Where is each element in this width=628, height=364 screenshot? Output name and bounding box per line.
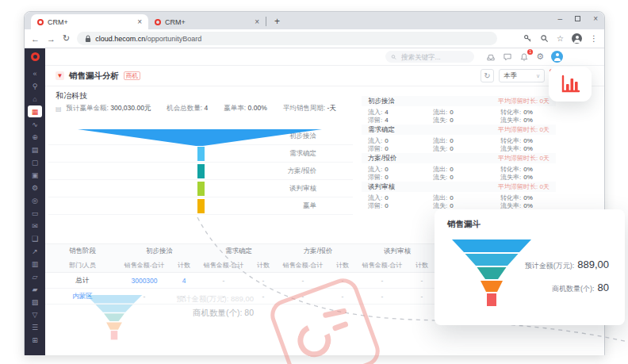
sidebar-item[interactable]: ▽ bbox=[28, 308, 42, 320]
stage-section: 谈判审核平均滞留时长: 0天 流入:0流出:0转化率:0%滞留:0流失:0流失率… bbox=[362, 182, 556, 210]
sidebar-item[interactable]: ☰ bbox=[28, 321, 42, 333]
summary-label: 机会总数量: bbox=[167, 104, 202, 112]
summary-row: ▤ 预计赢单金额: 300,030.00元 机会总数量: 4 赢单率: 0.00… bbox=[56, 104, 336, 113]
summary-value: 300,030.00元 bbox=[110, 104, 151, 112]
stage-stat: 流入:0 bbox=[368, 193, 433, 202]
stat-value: 0% bbox=[523, 194, 533, 201]
table-header-cell: 销售阶段 bbox=[45, 247, 120, 256]
sidebar-item-icon: ▽ bbox=[33, 311, 38, 319]
sidebar-item[interactable]: ▢ bbox=[28, 156, 42, 168]
sidebar-item-icon: ▰ bbox=[33, 285, 38, 293]
stat-value: 0 bbox=[450, 202, 453, 209]
summary-label: 预计赢单金额: bbox=[67, 104, 109, 112]
sidebar-items: « ⚲ ⌂ ▦ ∿ ⊕ ▤ ▢ bbox=[28, 67, 42, 347]
row-label[interactable]: 内蒙区 bbox=[45, 292, 120, 301]
sidebar-item[interactable]: ↗ bbox=[28, 245, 42, 257]
sidebar-item[interactable]: ⊞ bbox=[28, 334, 42, 346]
search-input[interactable] bbox=[400, 52, 469, 62]
tab-close-icon[interactable]: × bbox=[137, 18, 142, 26]
page-title: 销售漏斗分析 bbox=[69, 71, 119, 82]
sidebar-item[interactable]: « bbox=[28, 67, 42, 79]
tab-title: CRM+ bbox=[165, 18, 251, 26]
key-icon[interactable] bbox=[523, 34, 532, 43]
sidebar-item[interactable]: ⚲ bbox=[28, 80, 42, 92]
bar-chart-icon bbox=[560, 75, 580, 94]
search-zoom-icon[interactable] bbox=[540, 34, 549, 43]
stage-stat: 流失:0 bbox=[433, 145, 500, 154]
stage-avg-stay: 平均滞留时长: 0天 bbox=[498, 125, 550, 134]
table-header-cell: 计数 bbox=[327, 261, 358, 270]
funnel-segment bbox=[197, 199, 205, 213]
period-dropdown[interactable]: 本季∨ bbox=[499, 69, 545, 82]
stage-stats-panel: 初步接洽平均滞留时长: 0天 流入:4流出:0转化率:0%滞留:4流失:0流失率… bbox=[362, 96, 556, 210]
table-cell[interactable]: - bbox=[358, 277, 407, 285]
sidebar-item-icon: « bbox=[33, 70, 36, 78]
gear-icon[interactable]: ⚙ bbox=[536, 52, 544, 62]
stage-stat: 流入:4 bbox=[368, 108, 433, 117]
stat-label: 流出: bbox=[433, 136, 447, 145]
refresh-button[interactable]: ↻ bbox=[481, 69, 494, 82]
table-cell[interactable]: - bbox=[407, 277, 437, 285]
sidebar-item[interactable]: ▰ bbox=[28, 283, 42, 295]
summary-stat: 平均销售周期: -天 bbox=[283, 104, 336, 113]
sidebar-item[interactable]: ✉ bbox=[28, 220, 42, 232]
maximize-button[interactable] bbox=[575, 16, 580, 21]
sidebar-item[interactable]: ⌂ bbox=[28, 93, 42, 105]
browser-tab-active[interactable]: CRM+ × bbox=[31, 14, 148, 29]
minimize-button[interactable]: – bbox=[558, 14, 563, 23]
sidebar-item-icon: ▥ bbox=[32, 260, 39, 268]
inbox-icon[interactable] bbox=[486, 52, 496, 62]
notification-badge: 1 bbox=[527, 49, 533, 55]
global-search[interactable] bbox=[385, 51, 474, 63]
bookmark-star-icon[interactable]: ☆ bbox=[557, 34, 564, 43]
stage-avg-stay: 平均滞留时长: 0天 bbox=[498, 182, 550, 191]
lock-icon bbox=[85, 35, 91, 43]
new-tab-button[interactable]: + bbox=[274, 16, 280, 27]
page-tag: 商机 bbox=[124, 71, 140, 80]
stat-label: 转化率: bbox=[500, 193, 521, 202]
company-name: 和冶科技 bbox=[56, 90, 87, 102]
sidebar-item[interactable]: ⚙ bbox=[28, 182, 42, 193]
close-button[interactable]: × bbox=[593, 14, 598, 23]
sidebar-item[interactable]: ▭ bbox=[28, 207, 42, 219]
browser-tab[interactable]: CRM+ × bbox=[148, 14, 266, 29]
sidebar-item-icon: ▤ bbox=[32, 146, 39, 154]
topbar-icons: 1 ⚙ bbox=[486, 51, 563, 63]
chat-icon[interactable] bbox=[503, 52, 512, 62]
table-header-cell: 谈判审核 bbox=[358, 247, 437, 256]
sidebar-item[interactable]: ❑ bbox=[28, 232, 42, 244]
sidebar-item-icon: ⌂ bbox=[33, 95, 36, 103]
table-cell[interactable]: - bbox=[278, 277, 327, 285]
window-controls: – × bbox=[558, 14, 598, 23]
sidebar-item[interactable]: ◎ bbox=[28, 194, 42, 206]
sidebar-item[interactable]: ∿ bbox=[28, 118, 42, 130]
sidebar-item[interactable]: ▱ bbox=[28, 270, 42, 282]
tab-close-icon[interactable]: × bbox=[255, 18, 259, 26]
table-cell[interactable]: 4 bbox=[169, 277, 199, 285]
tab-strip: CRM+ × CRM+ × + – × bbox=[25, 12, 604, 29]
table-cell[interactable]: - bbox=[327, 277, 358, 285]
sidebar-item[interactable]: ▥ bbox=[28, 258, 42, 270]
address-field[interactable]: cloud.hecom.cn/opportunityBoard bbox=[77, 32, 497, 45]
forward-button[interactable]: → bbox=[47, 34, 56, 44]
menu-dots-icon[interactable]: ⋮ bbox=[590, 34, 598, 43]
sidebar-item[interactable]: ⊕ bbox=[28, 131, 42, 143]
stage-stat: 流失:0 bbox=[433, 174, 500, 182]
stat-value: 0% bbox=[523, 109, 533, 116]
sidebar-item[interactable]: ▣ bbox=[28, 169, 42, 181]
table-cell[interactable]: - bbox=[248, 277, 278, 285]
reload-button[interactable]: ↻ bbox=[63, 33, 70, 44]
sidebar-item-icon: ▨ bbox=[32, 298, 39, 306]
table-cell[interactable]: - bbox=[199, 277, 248, 285]
sidebar-item[interactable]: ▨ bbox=[28, 296, 42, 308]
table-cell[interactable]: 3000300 bbox=[120, 277, 169, 285]
sidebar-item[interactable]: ▦ bbox=[28, 105, 42, 117]
sidebar-item-icon: ⊕ bbox=[32, 133, 38, 141]
bell-icon[interactable]: 1 bbox=[519, 52, 529, 62]
sidebar-item[interactable]: ▤ bbox=[28, 144, 42, 155]
profile-avatar[interactable] bbox=[572, 33, 582, 44]
stage-section: 初步接洽平均滞留时长: 0天 流入:4流出:0转化率:0%滞留:4流失:0流失率… bbox=[362, 96, 556, 125]
back-button[interactable]: ← bbox=[31, 34, 40, 44]
stat-label: 流失: bbox=[433, 173, 447, 182]
user-avatar[interactable] bbox=[551, 51, 563, 63]
